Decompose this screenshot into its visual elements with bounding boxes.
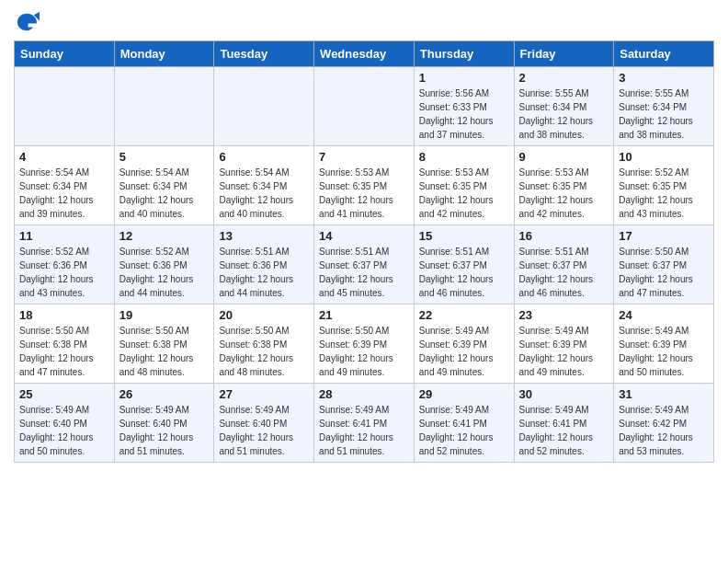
day-info: Sunrise: 5:49 AMSunset: 6:41 PMDaylight:… (519, 403, 609, 458)
calendar-cell: 1Sunrise: 5:56 AMSunset: 6:33 PMDaylight… (414, 67, 514, 146)
calendar-header-row: SundayMondayTuesdayWednesdayThursdayFrid… (15, 41, 714, 67)
calendar-cell: 13Sunrise: 5:51 AMSunset: 6:36 PMDayligh… (214, 225, 314, 304)
calendar-cell: 15Sunrise: 5:51 AMSunset: 6:37 PMDayligh… (414, 225, 514, 304)
day-info: Sunrise: 5:56 AMSunset: 6:33 PMDaylight:… (419, 86, 509, 142)
day-info: Sunrise: 5:49 AMSunset: 6:40 PMDaylight:… (119, 403, 210, 458)
day-info: Sunrise: 5:49 AMSunset: 6:40 PMDaylight:… (219, 403, 309, 458)
day-number: 31 (619, 387, 709, 401)
day-info: Sunrise: 5:49 AMSunset: 6:39 PMDaylight:… (419, 324, 509, 379)
day-info: Sunrise: 5:53 AMSunset: 6:35 PMDaylight:… (519, 166, 609, 221)
day-number: 13 (219, 229, 309, 243)
day-number: 25 (19, 387, 109, 401)
day-number: 6 (219, 150, 309, 164)
weekday-header-thursday: Thursday (414, 41, 514, 67)
weekday-header-sunday: Sunday (15, 41, 115, 67)
calendar-cell: 14Sunrise: 5:51 AMSunset: 6:37 PMDayligh… (314, 225, 415, 304)
calendar-cell: 23Sunrise: 5:49 AMSunset: 6:39 PMDayligh… (514, 304, 614, 384)
day-info: Sunrise: 5:54 AMSunset: 6:34 PMDaylight:… (119, 166, 210, 221)
calendar-cell: 24Sunrise: 5:49 AMSunset: 6:39 PMDayligh… (614, 304, 714, 384)
weekday-header-monday: Monday (114, 41, 214, 67)
calendar-week-2: 4Sunrise: 5:54 AMSunset: 6:34 PMDaylight… (15, 146, 714, 225)
calendar-cell: 8Sunrise: 5:53 AMSunset: 6:35 PMDaylight… (414, 146, 514, 225)
page-header (14, 9, 714, 35)
day-number: 20 (219, 308, 309, 322)
day-info: Sunrise: 5:51 AMSunset: 6:37 PMDaylight:… (319, 245, 409, 300)
day-number: 4 (19, 150, 109, 164)
day-number: 14 (319, 229, 409, 243)
day-number: 18 (19, 308, 109, 322)
calendar-cell: 4Sunrise: 5:54 AMSunset: 6:34 PMDaylight… (15, 146, 115, 225)
day-info: Sunrise: 5:55 AMSunset: 6:34 PMDaylight:… (619, 86, 709, 142)
day-info: Sunrise: 5:54 AMSunset: 6:34 PMDaylight:… (19, 166, 109, 221)
day-info: Sunrise: 5:52 AMSunset: 6:35 PMDaylight:… (619, 166, 709, 221)
calendar-cell: 18Sunrise: 5:50 AMSunset: 6:38 PMDayligh… (15, 304, 115, 384)
weekday-header-wednesday: Wednesday (314, 41, 415, 67)
day-number: 17 (619, 229, 709, 243)
day-info: Sunrise: 5:50 AMSunset: 6:38 PMDaylight:… (119, 324, 210, 379)
day-info: Sunrise: 5:49 AMSunset: 6:40 PMDaylight:… (19, 403, 109, 458)
day-info: Sunrise: 5:52 AMSunset: 6:36 PMDaylight:… (19, 245, 109, 300)
day-number: 22 (419, 308, 509, 322)
calendar-cell: 16Sunrise: 5:51 AMSunset: 6:37 PMDayligh… (514, 225, 614, 304)
day-number: 3 (619, 71, 709, 85)
day-number: 21 (319, 308, 409, 322)
calendar-cell: 17Sunrise: 5:50 AMSunset: 6:37 PMDayligh… (614, 225, 714, 304)
calendar-week-3: 11Sunrise: 5:52 AMSunset: 6:36 PMDayligh… (15, 225, 714, 304)
calendar-cell: 29Sunrise: 5:49 AMSunset: 6:41 PMDayligh… (414, 384, 514, 463)
calendar-cell: 21Sunrise: 5:50 AMSunset: 6:39 PMDayligh… (314, 304, 415, 384)
calendar-cell: 9Sunrise: 5:53 AMSunset: 6:35 PMDaylight… (514, 146, 614, 225)
day-number: 15 (419, 229, 509, 243)
calendar-cell: 3Sunrise: 5:55 AMSunset: 6:34 PMDaylight… (614, 67, 714, 146)
calendar-cell: 5Sunrise: 5:54 AMSunset: 6:34 PMDaylight… (114, 146, 214, 225)
calendar-table: SundayMondayTuesdayWednesdayThursdayFrid… (14, 40, 714, 463)
day-number: 29 (419, 387, 509, 401)
calendar-cell: 19Sunrise: 5:50 AMSunset: 6:38 PMDayligh… (114, 304, 214, 384)
calendar-cell: 30Sunrise: 5:49 AMSunset: 6:41 PMDayligh… (514, 384, 614, 463)
day-info: Sunrise: 5:53 AMSunset: 6:35 PMDaylight:… (319, 166, 409, 221)
day-number: 1 (419, 71, 509, 85)
calendar-cell (15, 67, 115, 146)
day-number: 5 (119, 150, 210, 164)
day-info: Sunrise: 5:55 AMSunset: 6:34 PMDaylight:… (519, 86, 609, 142)
day-number: 7 (319, 150, 409, 164)
calendar-cell (314, 67, 415, 146)
day-info: Sunrise: 5:54 AMSunset: 6:34 PMDaylight:… (219, 166, 309, 221)
calendar-week-1: 1Sunrise: 5:56 AMSunset: 6:33 PMDaylight… (15, 67, 714, 146)
day-info: Sunrise: 5:52 AMSunset: 6:36 PMDaylight:… (119, 245, 210, 300)
day-number: 9 (519, 150, 609, 164)
day-info: Sunrise: 5:49 AMSunset: 6:39 PMDaylight:… (519, 324, 609, 379)
day-info: Sunrise: 5:49 AMSunset: 6:39 PMDaylight:… (619, 324, 709, 379)
day-info: Sunrise: 5:50 AMSunset: 6:38 PMDaylight:… (219, 324, 309, 379)
day-number: 19 (119, 308, 210, 322)
day-number: 24 (619, 308, 709, 322)
calendar-cell: 12Sunrise: 5:52 AMSunset: 6:36 PMDayligh… (114, 225, 214, 304)
page-container: SundayMondayTuesdayWednesdayThursdayFrid… (0, 0, 728, 472)
day-number: 30 (519, 387, 609, 401)
calendar-cell: 27Sunrise: 5:49 AMSunset: 6:40 PMDayligh… (214, 384, 314, 463)
calendar-cell: 7Sunrise: 5:53 AMSunset: 6:35 PMDaylight… (314, 146, 415, 225)
day-number: 23 (519, 308, 609, 322)
weekday-header-friday: Friday (514, 41, 614, 67)
day-number: 2 (519, 71, 609, 85)
day-number: 10 (619, 150, 709, 164)
day-info: Sunrise: 5:50 AMSunset: 6:39 PMDaylight:… (319, 324, 409, 379)
day-number: 8 (419, 150, 509, 164)
calendar-cell: 10Sunrise: 5:52 AMSunset: 6:35 PMDayligh… (614, 146, 714, 225)
calendar-cell: 25Sunrise: 5:49 AMSunset: 6:40 PMDayligh… (15, 384, 115, 463)
day-info: Sunrise: 5:50 AMSunset: 6:38 PMDaylight:… (19, 324, 109, 379)
day-number: 11 (19, 229, 109, 243)
calendar-cell: 28Sunrise: 5:49 AMSunset: 6:41 PMDayligh… (314, 384, 415, 463)
day-number: 28 (319, 387, 409, 401)
calendar-cell: 26Sunrise: 5:49 AMSunset: 6:40 PMDayligh… (114, 384, 214, 463)
calendar-cell: 6Sunrise: 5:54 AMSunset: 6:34 PMDaylight… (214, 146, 314, 225)
day-number: 26 (119, 387, 210, 401)
calendar-cell: 20Sunrise: 5:50 AMSunset: 6:38 PMDayligh… (214, 304, 314, 384)
day-info: Sunrise: 5:51 AMSunset: 6:36 PMDaylight:… (219, 245, 309, 300)
calendar-cell: 31Sunrise: 5:49 AMSunset: 6:42 PMDayligh… (614, 384, 714, 463)
day-info: Sunrise: 5:49 AMSunset: 6:42 PMDaylight:… (619, 403, 709, 458)
calendar-cell: 11Sunrise: 5:52 AMSunset: 6:36 PMDayligh… (15, 225, 115, 304)
calendar-week-4: 18Sunrise: 5:50 AMSunset: 6:38 PMDayligh… (15, 304, 714, 384)
day-info: Sunrise: 5:49 AMSunset: 6:41 PMDaylight:… (319, 403, 409, 458)
day-number: 12 (119, 229, 210, 243)
day-number: 16 (519, 229, 609, 243)
